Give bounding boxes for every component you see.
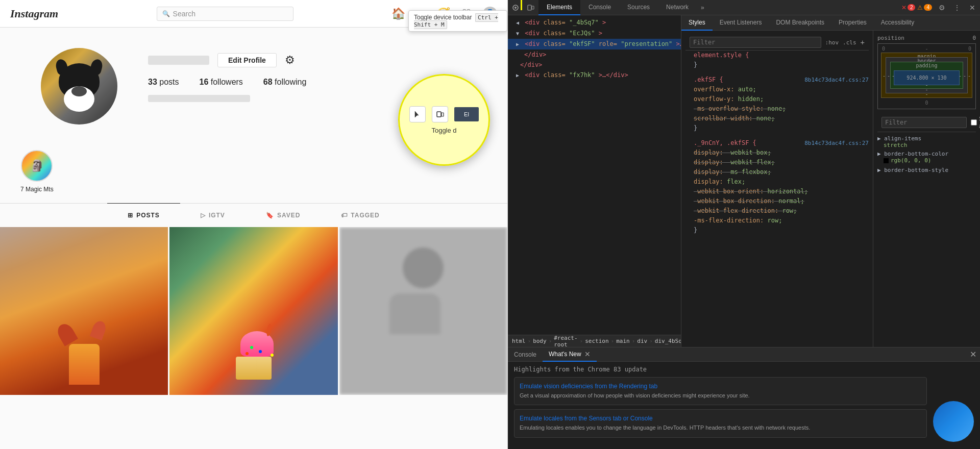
computed-border-bottom-color[interactable]: ▶ border-bottom-color rgb(0, 0, 0) <box>877 149 976 166</box>
post-thumb-2[interactable] <box>169 227 337 395</box>
toggle-device-tooltip: Toggle device toolbar Ctrl + Shift + M <box>408 10 507 32</box>
chrome-logo-decoration <box>933 401 974 442</box>
css-rule-ekfSF: .ekfSF { 8b14c73dac4f.css:27 overflow-x:… <box>685 75 869 133</box>
css-prop-ms-flex-direction: -ms-flex-direction: row; <box>685 216 869 226</box>
subtab-styles[interactable]: Styles <box>681 15 713 31</box>
padding-right-val: - <box>959 72 962 78</box>
subtab-properties[interactable]: Properties <box>831 15 874 31</box>
select-tool-btn[interactable] <box>409 106 426 122</box>
followers-stat: 16 followers <box>199 78 242 87</box>
styles-filter-input[interactable] <box>690 37 821 48</box>
right-filter-row: Show all <box>877 113 976 132</box>
update-link-2[interactable]: Emulate locales from the Sensors tab or … <box>520 415 921 422</box>
dt-tab-sources[interactable]: Sources <box>619 0 658 15</box>
css-source-file-2[interactable]: 8b14c73dac4f.css:27 <box>804 139 869 147</box>
bc-section[interactable]: section <box>585 338 608 344</box>
console-tab-label: Console <box>514 351 536 358</box>
dom-line-5[interactable]: </div> <box>508 60 681 70</box>
dom-line-1[interactable]: ◀ <div class= "_4bSq7" > <box>508 17 681 28</box>
css-prop-overflow-x: overflow-x: auto; <box>685 85 869 94</box>
dom-breadcrumb: html › body › #react-root › section › ma… <box>508 335 681 347</box>
subtab-event-listeners[interactable]: Event Listeners <box>713 15 769 31</box>
box-model-outer: 0 - 0 margin - - - border <box>877 43 976 109</box>
tab-saved[interactable]: 🔖 SAVED <box>246 203 321 227</box>
close-whats-new-btn[interactable]: ✕ <box>584 350 591 358</box>
tab-tagged[interactable]: 🏷 TAGGED <box>321 203 400 227</box>
css-prop-overflow-y: overflow-y: hidden; <box>685 94 869 104</box>
dog-snout <box>71 86 87 96</box>
css-prop-webkit-flex: display: -webkit-flex; <box>685 158 869 167</box>
dom-line-2[interactable]: ▼ <div class= "EcJQs" > <box>508 28 681 39</box>
box-model-panel: position 0 0 - 0 margin <box>873 31 980 347</box>
dom-line-4[interactable]: </div> <box>508 49 681 60</box>
border-bottom-color-val: rgb(0, 0, 0) <box>891 157 931 164</box>
dom-line-3[interactable]: ▶ <div class= "ekfSF" role= "presentatio… <box>508 39 681 49</box>
story-item[interactable]: 🗿 7 Magic Mts <box>20 150 54 193</box>
post-thumb-1[interactable] <box>0 227 168 395</box>
css-selector-line-2: .ekfSF { 8b14c73dac4f.css:27 <box>685 75 869 85</box>
devtools-inspect-btn[interactable] <box>508 0 523 15</box>
story-label: 7 Magic Mts <box>20 186 54 193</box>
bc-main[interactable]: main <box>616 338 630 344</box>
margin-right-val: - <box>968 72 971 78</box>
search-placeholder: Search <box>173 10 195 18</box>
story-avatar: 🗿 <box>21 150 53 182</box>
username-row: Edit Profile ⚙ <box>148 53 487 67</box>
search-bar[interactable]: 🔍 Search <box>157 7 293 21</box>
bio-placeholder <box>148 95 250 102</box>
update-link-1[interactable]: Emulate vision deficiencies from the Ren… <box>520 383 921 390</box>
hov-toggle[interactable]: :hov <box>825 39 839 46</box>
dt-more-btn[interactable]: ⋮ <box>949 0 965 15</box>
bc-html[interactable]: html <box>512 338 526 344</box>
dt-tab-network[interactable]: Network <box>658 0 697 15</box>
dt-tab-more[interactable]: » <box>697 0 708 15</box>
dt-tab-elements[interactable]: Elements <box>538 0 580 15</box>
posts-count: 33 <box>148 78 157 86</box>
styles-filter-bar: :hov .cls + <box>685 35 869 51</box>
tab-igtv[interactable]: ▷ IGTV <box>180 203 246 227</box>
styles-box-panel: Styles Event Listeners DOM Breakpoints P… <box>681 15 980 347</box>
posts-tab-label: POSTS <box>136 212 160 219</box>
bottom-tab-console[interactable]: Console <box>508 347 543 362</box>
css-close-brace-2: } <box>685 123 869 133</box>
home-icon[interactable]: 🏠 <box>391 7 405 20</box>
post-thumb-3[interactable] <box>339 227 507 395</box>
username-placeholder <box>148 56 209 65</box>
css-prop-webkit-box-orient: -webkit-box-orient: horizontal; <box>685 187 869 196</box>
settings-icon[interactable]: ⚙ <box>285 54 295 67</box>
dom-line-6[interactable]: ▶ <div class= "fx7hk" >…</div> <box>508 70 681 81</box>
tab-posts[interactable]: ⊞ POSTS <box>107 203 180 227</box>
arrow-icon: ◀ <box>516 20 519 26</box>
css-selector-line-3: ._9nCnY, .ekfSF { 8b14c73dac4f.css:27 <box>685 138 869 148</box>
border-right-val: - <box>963 72 966 78</box>
bc-react-root[interactable]: #react-root <box>554 335 577 347</box>
bottom-panel-close-btn[interactable]: ✕ <box>966 347 980 362</box>
svg-rect-1 <box>442 113 444 116</box>
warn-icon: ⚠ <box>917 4 923 11</box>
bc-body[interactable]: body <box>533 338 547 344</box>
add-style-btn[interactable]: + <box>861 38 865 46</box>
devtools-device-btn[interactable] <box>523 0 538 15</box>
bc-div[interactable]: div <box>637 338 647 344</box>
show-all-checkbox[interactable] <box>971 119 977 126</box>
warn-count-badge: 4 <box>924 4 932 11</box>
dt-close-btn[interactable]: ✕ <box>965 0 980 15</box>
followers-count: 16 <box>199 78 208 86</box>
bottom-tab-whats-new[interactable]: What's New ✕ <box>543 347 597 362</box>
subtab-dom-breakpoints[interactable]: DOM Breakpoints <box>769 15 831 31</box>
right-filter-input[interactable] <box>881 117 967 128</box>
computed-border-bottom-style[interactable]: ▶ border-bottom-style <box>877 166 976 174</box>
computed-align-items[interactable]: ▶ align-items stretch <box>877 134 976 149</box>
color-swatch <box>884 158 889 163</box>
bc-div4bSq7[interactable]: div_4bSq7 <box>655 338 681 344</box>
updates-container: Emulate vision deficiencies from the Ren… <box>514 377 974 442</box>
cls-toggle[interactable]: .cls <box>843 39 856 46</box>
dt-tab-console[interactable]: Console <box>580 0 619 15</box>
subtab-accessibility[interactable]: Accessibility <box>874 15 921 31</box>
css-source-file-1[interactable]: 8b14c73dac4f.css:27 <box>804 76 869 84</box>
styles-left-panel: :hov .cls + element.style { } <box>681 31 873 347</box>
device-toolbar-btn[interactable] <box>432 106 448 122</box>
dt-settings-btn[interactable]: ⚙ <box>934 0 949 15</box>
dom-tree[interactable]: ◀ <div class= "_4bSq7" > ▼ <div class= "… <box>508 15 681 335</box>
edit-profile-button[interactable]: Edit Profile <box>217 53 277 67</box>
